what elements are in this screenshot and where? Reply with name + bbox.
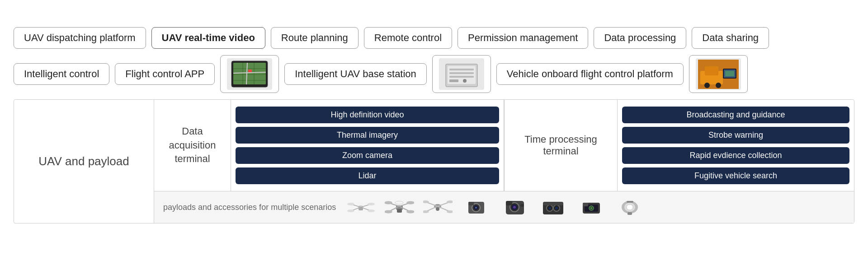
svg-point-21 — [704, 83, 710, 88]
item-label: Lidar — [358, 171, 376, 180]
time-proc-item-3[interactable]: Fugitive vehicle search — [622, 167, 849, 184]
svg-point-17 — [463, 79, 467, 83]
row3-content: UAV and payload Data acquisitionterminal… — [14, 99, 854, 223]
nav-label: UAV real-time video — [162, 32, 255, 43]
payload-text: payloads and accessories for multiple sc… — [163, 203, 336, 212]
nav-permission-management[interactable]: Permission management — [458, 27, 588, 49]
nav-vehicle-onboard[interactable]: Vehicle onboard flight control platform — [496, 63, 684, 85]
svg-rect-35 — [359, 208, 363, 210]
time-proc-item-2[interactable]: Rapid evdience collection — [622, 147, 849, 164]
uav-payload-label: UAV and payload — [38, 154, 129, 168]
svg-rect-10 — [248, 70, 252, 72]
payload-bar: payloads and accessories for multiple sc… — [154, 191, 854, 223]
svg-point-32 — [368, 203, 375, 205]
svg-rect-16 — [449, 79, 458, 82]
svg-point-33 — [347, 209, 354, 212]
svg-rect-25 — [725, 71, 734, 76]
data-acq-item-3[interactable]: Lidar — [236, 167, 499, 184]
nav-uav-realtime[interactable]: UAV real-time video — [151, 27, 265, 49]
svg-rect-83 — [627, 201, 633, 203]
data-acq-item-0[interactable]: High definition video — [236, 107, 499, 123]
nav-tablet-image[interactable] — [220, 55, 279, 93]
svg-point-46 — [395, 201, 403, 204]
nav-label: Data sharing — [702, 32, 759, 43]
svg-point-56 — [436, 207, 439, 211]
main-container: UAV dispatching platform UAV real-time v… — [0, 0, 868, 232]
time-processing-label: Time processing terminal — [505, 100, 618, 191]
item-label: Zoom camera — [342, 151, 392, 160]
data-acquisition-label: Data acquisitionterminal — [154, 100, 231, 191]
svg-point-81 — [627, 205, 633, 210]
svg-rect-73 — [543, 202, 563, 205]
nav-remote-control[interactable]: Remote control — [364, 27, 452, 49]
svg-rect-45 — [397, 209, 402, 213]
time-proc-item-0[interactable]: Broadcasting and guidance — [622, 107, 849, 123]
nav-intelligent-uav-base[interactable]: Intelligent UAV base station — [284, 63, 427, 85]
data-acq-item-2[interactable]: Zoom camera — [236, 147, 499, 164]
nav-label: Data processing — [604, 32, 676, 43]
nav-label: UAV dispatching platform — [24, 32, 136, 43]
svg-rect-66 — [506, 201, 512, 205]
nav-label: Vehicle onboard flight control platform — [507, 68, 673, 79]
nav-label: Flight control APP — [125, 68, 204, 79]
nav-flight-control-app[interactable]: Flight control APP — [115, 63, 215, 85]
camera-icon-2 — [499, 196, 530, 219]
camera-icon-1 — [460, 196, 492, 219]
nav-label: Intelligent control — [24, 68, 99, 79]
payload-icons — [345, 196, 646, 219]
drone-icon-3 — [422, 196, 453, 219]
item-label: Strobe warning — [708, 130, 763, 139]
svg-rect-82 — [627, 212, 632, 215]
item-label: Rapid evdience collection — [689, 151, 782, 160]
spotlight-icon — [614, 196, 646, 219]
nav-label: Permission management — [468, 32, 578, 43]
vehicle-svg — [698, 60, 739, 89]
col-uav-payload: UAV and payload — [14, 100, 154, 223]
nav-label: Intelligent UAV base station — [295, 68, 416, 79]
time-proc-text: Time processing terminal — [509, 134, 613, 157]
vehicle-image — [696, 58, 741, 90]
item-label: High definition video — [330, 110, 404, 119]
nav-intelligent-control[interactable]: Intelligent control — [14, 63, 109, 85]
data-acquisition-items: High definition video Thermal imagery Zo… — [231, 100, 504, 191]
data-acq-item-1[interactable]: Thermal imagery — [236, 127, 499, 144]
item-label: Broadcasting and guidance — [686, 110, 785, 119]
drone-icon-2 — [383, 196, 415, 219]
time-processing-items: Broadcasting and guidance Strobe warning… — [618, 100, 854, 191]
svg-rect-20 — [705, 66, 718, 75]
station-svg — [441, 60, 482, 89]
svg-point-34 — [368, 209, 375, 212]
row2-nav: Intelligent control Flight control APP — [9, 55, 859, 93]
camera-icon-3 — [537, 196, 569, 219]
svg-point-65 — [513, 206, 516, 209]
svg-rect-78 — [583, 203, 588, 206]
nav-label: Route planning — [281, 32, 348, 43]
svg-point-72 — [555, 207, 558, 209]
time-processing-section: Time processing terminal Broadcasting an… — [504, 100, 854, 191]
svg-rect-67 — [520, 204, 524, 207]
nav-vehicle-image[interactable] — [689, 55, 748, 93]
thermal-icon — [576, 196, 607, 219]
time-proc-item-1[interactable]: Strobe warning — [622, 127, 849, 144]
data-acquisition-section: Data acquisitionterminal High definition… — [154, 100, 504, 191]
svg-rect-61 — [468, 202, 474, 205]
item-label: Thermal imagery — [337, 130, 398, 139]
row1-nav: UAV dispatching platform UAV real-time v… — [9, 27, 859, 49]
svg-rect-14 — [449, 72, 474, 74]
drone-icon-1 — [345, 196, 377, 219]
data-acq-text: Data acquisitionterminal — [159, 125, 226, 166]
svg-point-70 — [548, 207, 551, 209]
nav-route-planning[interactable]: Route planning — [271, 27, 359, 49]
nav-uav-dispatching[interactable]: UAV dispatching platform — [14, 27, 146, 49]
svg-point-77 — [590, 207, 592, 209]
nav-label: Remote control — [374, 32, 442, 43]
svg-point-31 — [347, 203, 354, 205]
svg-rect-2 — [233, 63, 266, 84]
nav-data-sharing[interactable]: Data sharing — [692, 27, 769, 49]
svg-rect-13 — [449, 69, 474, 70]
tablet-image — [227, 58, 272, 90]
nav-data-processing[interactable]: Data processing — [594, 27, 686, 49]
station-image — [439, 58, 484, 90]
nav-station-image[interactable] — [432, 55, 491, 93]
tablet-svg — [229, 60, 270, 89]
